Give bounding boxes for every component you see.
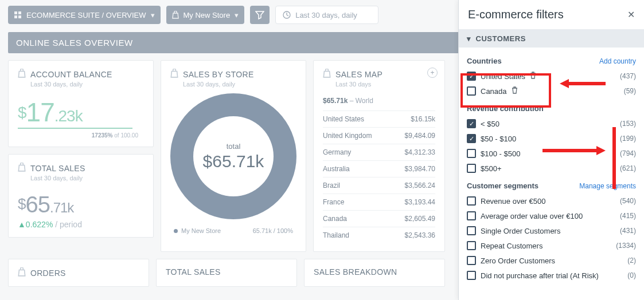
- checkbox[interactable]: [467, 211, 476, 220]
- chevron-down-icon: ▾: [467, 34, 471, 43]
- country-name: United Kingdom: [323, 132, 372, 140]
- svg-rect-1: [18, 11, 21, 14]
- card-orders-stub: ORDERS: [8, 259, 149, 287]
- filter-label: Single Order Customers: [481, 227, 560, 235]
- country-value: $3,566.24: [405, 181, 435, 190]
- filter-count: (199): [620, 135, 636, 143]
- card-title: SALES MAP: [335, 70, 383, 79]
- store-dropdown[interactable]: My New Store ▾: [166, 6, 245, 24]
- donut-total-value: $65.71k: [203, 152, 264, 171]
- checkbox[interactable]: [467, 72, 476, 81]
- checkbox[interactable]: [467, 134, 476, 143]
- country-name: Germany: [323, 148, 351, 156]
- filter-count: (431): [620, 227, 636, 235]
- country-name: Canada: [323, 215, 347, 223]
- filter-count: (1334): [616, 242, 636, 250]
- trash-icon[interactable]: [512, 86, 518, 96]
- checkbox[interactable]: [467, 271, 476, 280]
- country-name: Australia: [323, 165, 350, 173]
- checkbox[interactable]: [467, 119, 476, 128]
- panel-section-customers[interactable]: ▾ CUSTOMERS: [459, 30, 644, 48]
- table-row: Germany$4,312.33: [323, 144, 435, 160]
- card-sales-map: SALES MAP + Last 30 days $65.71k – World…: [313, 60, 445, 252]
- checkbox[interactable]: [467, 196, 476, 206]
- checkbox[interactable]: [467, 241, 476, 250]
- total-sales-value: $65.71k: [18, 192, 144, 218]
- filter-row-revenue[interactable]: $500+(621): [467, 161, 636, 176]
- card-title: ORDERS: [30, 269, 66, 278]
- account-balance-value: $17.23k: [18, 97, 144, 128]
- country-value: $2,605.49: [405, 215, 435, 223]
- table-row: United States$16.15k: [323, 110, 435, 127]
- table-row: France$3,193.44: [323, 194, 435, 210]
- filter-row-segment[interactable]: Did not purchase after trial (At Risk)(0…: [467, 268, 636, 283]
- card-subtitle: Last 30 days, daily: [30, 175, 144, 181]
- filter-label: $50 - $100: [481, 135, 516, 143]
- funnel-icon: [255, 10, 264, 19]
- card-subtitle: Last 30 days, daily: [30, 81, 144, 88]
- card-subtitle: Last 30 days: [335, 81, 435, 88]
- breadcrumb-dropdown[interactable]: ECOMMERCE SUITE / OVERVIEW ▾: [8, 6, 161, 24]
- table-row: Brazil$3,566.24: [323, 177, 435, 194]
- manage-segments-link[interactable]: Manage segments: [579, 182, 636, 190]
- progress-note: 17235% of 100.00: [18, 132, 138, 139]
- checkbox[interactable]: [467, 256, 476, 265]
- filter-row-revenue[interactable]: < $50(153): [467, 116, 636, 131]
- filter-row-revenue[interactable]: $100 - $500(794): [467, 146, 636, 161]
- filter-panel: E-commerce filters ✕ ▾ CUSTOMERS Countri…: [458, 0, 644, 300]
- filter-count: (415): [620, 212, 636, 220]
- delta-label: ▲0.622% / period: [18, 220, 144, 229]
- group-revenue-title: Revenue contribution: [467, 104, 544, 113]
- filter-row-revenue[interactable]: $50 - $100(199): [467, 131, 636, 146]
- close-icon[interactable]: ✕: [627, 9, 635, 20]
- bag-icon: [18, 69, 26, 80]
- filter-count: (621): [620, 164, 636, 172]
- checkbox[interactable]: [467, 149, 476, 158]
- chevron-down-icon: ▾: [151, 11, 155, 19]
- trash-icon[interactable]: [530, 72, 536, 81]
- filter-row-segment[interactable]: Revenue over €500(540): [467, 194, 636, 208]
- filter-count: (2): [627, 256, 636, 265]
- filter-row-segment[interactable]: Zero Order Customers(2): [467, 253, 636, 268]
- checkbox[interactable]: [467, 164, 476, 173]
- filter-row-country[interactable]: United States(437): [467, 69, 636, 84]
- table-row: United Kingdom$9,484.09: [323, 127, 435, 144]
- filter-count: (153): [620, 120, 636, 128]
- filter-label: Repeat Customers: [481, 242, 542, 250]
- filter-row-segment[interactable]: Single Order Customers(431): [467, 223, 636, 238]
- world-total: $65.71k – World: [323, 97, 435, 105]
- checkbox[interactable]: [467, 86, 476, 96]
- add-country-link[interactable]: Add country: [599, 57, 636, 65]
- checkbox[interactable]: [467, 226, 476, 235]
- revenue-list: < $50(153)$50 - $100(199)$100 - $500(794…: [467, 116, 636, 176]
- card-title: SALES BY STORE: [183, 70, 254, 79]
- group-countries-title: Countries: [467, 57, 502, 65]
- chevron-down-icon: ▾: [235, 11, 239, 19]
- progress-bar: [18, 128, 132, 129]
- table-row: Canada$2,605.49: [323, 210, 435, 227]
- filter-row-segment[interactable]: Repeat Customers(1334): [467, 238, 636, 253]
- svg-rect-3: [18, 15, 21, 18]
- donut-chart: total $65.71k: [170, 93, 296, 219]
- filter-label: Zero Order Customers: [481, 256, 555, 265]
- filter-count: (540): [620, 197, 636, 205]
- bag-icon: [323, 69, 331, 80]
- sales-map-table: United States$16.15kUnited Kingdom$9,484…: [323, 110, 435, 243]
- group-segments-title: Customer segments: [467, 181, 538, 190]
- filter-button[interactable]: [250, 6, 270, 24]
- country-name: United States: [323, 115, 364, 123]
- date-range-picker[interactable]: Last 30 days, daily: [275, 6, 378, 24]
- country-value: $3,193.44: [405, 198, 435, 206]
- country-value: $4,312.33: [405, 148, 435, 156]
- card-total-sales: TOTAL SALES Last 30 days, daily $65.71k …: [8, 154, 154, 238]
- filter-row-segment[interactable]: Average order value over €100(415): [467, 208, 636, 223]
- country-name: France: [323, 198, 344, 206]
- add-button[interactable]: +: [427, 68, 438, 78]
- filter-label: $500+: [481, 164, 502, 173]
- filter-row-country[interactable]: Canada(59): [467, 84, 636, 98]
- filter-count: (59): [624, 87, 636, 95]
- table-row: Thailand$2,543.36: [323, 227, 435, 243]
- legend-dot: [174, 229, 178, 233]
- chart-legend: My New Store 65.71k / 100%: [170, 227, 296, 234]
- table-row: Australia$3,984.70: [323, 160, 435, 177]
